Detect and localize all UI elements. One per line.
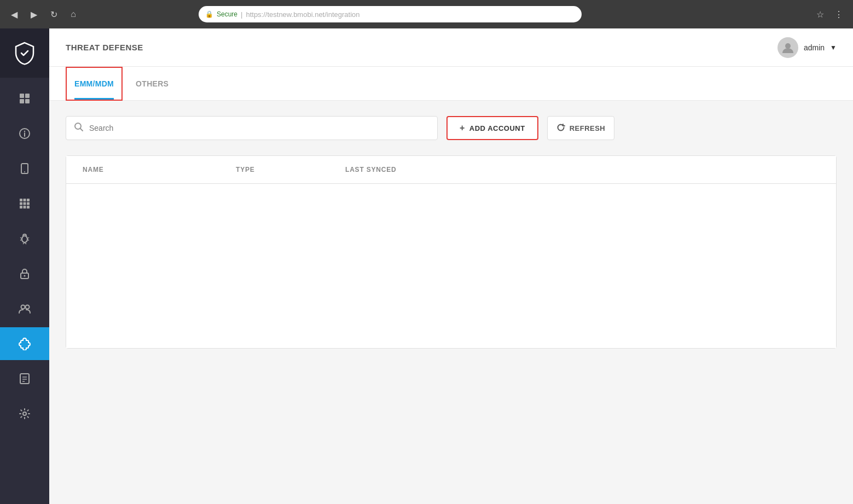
table-body — [66, 184, 836, 348]
url-path: /integration — [324, 10, 359, 19]
svg-rect-17 — [27, 206, 30, 208]
top-header: THREAT DEFENSE admin ▼ — [49, 28, 853, 67]
back-button[interactable]: ◀ — [7, 7, 22, 22]
svg-point-28 — [26, 305, 30, 309]
refresh-button[interactable]: REFRESH — [547, 116, 615, 140]
refresh-icon — [556, 123, 565, 134]
svg-line-20 — [20, 240, 22, 240]
sidebar-item-users[interactable] — [0, 292, 49, 325]
svg-rect-9 — [20, 199, 22, 201]
browser-right-icons: ☆ ⋮ — [813, 7, 846, 22]
avatar — [777, 37, 798, 58]
data-table: NAME TYPE LAST SYNCED — [66, 155, 837, 349]
sidebar-item-apps[interactable] — [0, 187, 49, 220]
tab-emm-mdm[interactable]: EMM/MDM — [66, 67, 123, 101]
svg-point-26 — [24, 275, 26, 277]
svg-rect-3 — [25, 99, 30, 103]
sidebar-item-devices[interactable] — [0, 152, 49, 185]
reload-button[interactable]: ↻ — [46, 7, 61, 22]
forward-button[interactable]: ▶ — [26, 7, 42, 22]
browser-chrome: ◀ ▶ ↻ ⌂ 🔒 Secure | https://testnew.bmobi… — [0, 0, 853, 28]
svg-rect-15 — [20, 206, 22, 208]
svg-rect-14 — [27, 202, 30, 205]
lock-icon: 🔒 — [205, 10, 213, 18]
toolbar-area: + ADD ACCOUNT REFRESH — [49, 101, 853, 155]
search-input[interactable] — [89, 124, 430, 132]
separator: | — [241, 10, 242, 19]
add-account-label: ADD ACCOUNT — [469, 124, 525, 132]
sidebar-item-security[interactable] — [0, 257, 49, 290]
refresh-label: REFRESH — [570, 124, 606, 132]
svg-rect-13 — [24, 202, 26, 205]
address-bar[interactable]: 🔒 Secure | https://testnew.bmobi.net/int… — [199, 6, 582, 22]
url-text: https://testnew.bmobi.net/integration — [246, 10, 359, 19]
col-header-last-synced: LAST SYNCED — [345, 166, 396, 173]
svg-rect-2 — [20, 99, 24, 103]
sidebar-item-dashboard[interactable] — [0, 82, 49, 115]
menu-button[interactable]: ⋮ — [831, 7, 846, 22]
add-account-button[interactable]: + ADD ACCOUNT — [446, 116, 538, 140]
svg-line-24 — [25, 242, 26, 244]
user-dropdown-arrow[interactable]: ▼ — [830, 44, 837, 51]
svg-rect-0 — [20, 94, 24, 98]
tabs-bar: EMM/MDM OTHERS — [49, 67, 853, 101]
app-title: THREAT DEFENSE — [66, 43, 143, 52]
svg-line-22 — [27, 240, 29, 240]
secure-label: Secure — [217, 10, 237, 18]
svg-point-18 — [22, 236, 27, 242]
svg-line-37 — [80, 129, 83, 131]
sidebar — [0, 28, 49, 504]
sidebar-logo — [0, 28, 49, 78]
svg-point-6 — [24, 131, 25, 132]
sidebar-item-info[interactable] — [0, 117, 49, 150]
sidebar-item-reports[interactable] — [0, 362, 49, 395]
col-header-type: TYPE — [236, 166, 345, 173]
plus-icon: + — [460, 123, 465, 133]
col-header-name: NAME — [83, 166, 236, 173]
logo-icon — [13, 41, 37, 65]
sidebar-nav — [0, 78, 49, 430]
svg-rect-16 — [24, 206, 26, 208]
sidebar-item-threats[interactable] — [0, 222, 49, 255]
sidebar-item-settings[interactable] — [0, 397, 49, 430]
search-box[interactable] — [66, 116, 438, 140]
svg-point-33 — [23, 412, 26, 415]
svg-rect-11 — [27, 199, 30, 201]
main-content: THREAT DEFENSE admin ▼ EMM/MDM OTHERS — [49, 28, 853, 504]
admin-label: admin — [804, 43, 825, 52]
svg-rect-29 — [20, 374, 29, 384]
tab-others[interactable]: OTHERS — [127, 67, 177, 101]
search-icon — [74, 122, 84, 134]
star-button[interactable]: ☆ — [813, 7, 828, 22]
header-right: admin ▼ — [777, 37, 837, 58]
svg-rect-1 — [25, 94, 30, 98]
svg-point-35 — [785, 43, 791, 49]
app-container: THREAT DEFENSE admin ▼ EMM/MDM OTHERS — [0, 28, 853, 504]
svg-rect-10 — [24, 199, 26, 201]
home-button[interactable]: ⌂ — [66, 7, 81, 22]
url-prefix: https://testnew.bmobi.net — [246, 10, 324, 19]
svg-point-8 — [24, 171, 25, 172]
table-header-row: NAME TYPE LAST SYNCED — [66, 156, 836, 184]
svg-point-27 — [21, 305, 25, 309]
sidebar-item-integration[interactable] — [0, 327, 49, 360]
svg-rect-12 — [20, 202, 22, 205]
